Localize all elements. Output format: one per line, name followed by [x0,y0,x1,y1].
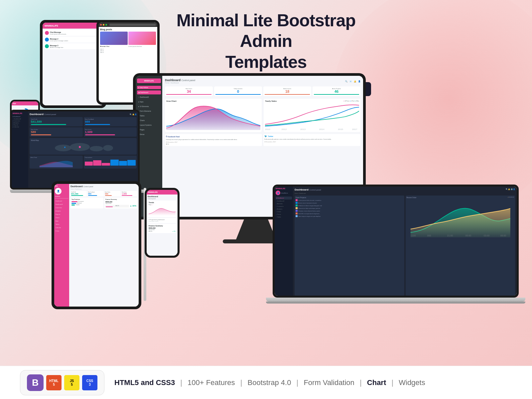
stat-projects: Active Projects 46 [313,86,360,96]
menu-dashboard2[interactable]: ○ Dashboard2 [137,95,161,99]
macbook-right-inner: MINIMALIFE 👤 Judy Adrian ● Dashboard ○ D… [275,187,517,296]
menu-ui[interactable]: ▸ UI Elements [137,104,161,108]
right-dark-header: Dashboard Control panel 🔍 🔔 ⚙️ 👤 [295,188,515,191]
macbook-right-screen: MINIMALIFE 👤 Judy Adrian ● Dashboard ○ D… [273,185,519,298]
ipad-pro: MINI 👤 Judy Adrian Dashboard Dashboard2 … [52,181,145,314]
svg-text:00:00: 00:00 [465,234,471,237]
ipad-body: MINI 👤 Judy Adrian Dashboard Dashboard2 … [52,181,141,309]
project-item: Ut labore et dolore magna aliquyam erat [296,204,403,206]
area-chart-svg [166,103,260,130]
dark2-main: Dashboard Control panel 🔍 🔔 👤 Total Prof… [28,111,138,188]
twitter-card: 🐦 Twitter Enthusiastically optimize cros… [263,134,360,146]
bottom-bar: B HTML5 JS5 CSS3 HTML5 and CSS3 | 100+ F… [0,366,532,399]
page-content: Minimal Lite Bootstrap Admin Templates M… [0,0,532,399]
svg-text:2014: 2014 [319,128,325,130]
project-item: Praesent ut diam scelerisque pretium [296,207,403,209]
right-dark-dashboard: MINIMALIFE 👤 Judy Adrian ● Dashboard ○ D… [275,187,517,296]
right-dark-sidebar: MINIMALIFE 👤 Judy Adrian ● Dashboard ○ D… [275,187,293,296]
svg-point-14 [64,147,66,148]
menu-apps[interactable]: ▸ Apps [137,100,161,104]
right-dark-main: Dashboard Control panel 🔍 🔔 ⚙️ 👤 Home / … [293,187,517,296]
html5-icon: HTML5 [46,375,62,390]
stat-invoices: Today Invoices 0 [214,86,262,96]
recent-order-card: Recent Order ● Investments [406,196,515,296]
yearly-sales-title: Yearly Sales ● #iPhone ● #Pad ● #Mac [265,100,359,102]
css3-icon: CSS3 [82,375,97,390]
svg-text:000: 000 [427,234,431,237]
project-item: Lorem ipsum dolor sit amet, consetetur [296,199,403,201]
dark2-dashboard: MINIMALIFE ● Dashboard ○ Dashboard2 ▸ Cu… [12,111,138,188]
social-cards: f Facebook Feed Holisticly benchmark plu… [165,134,360,146]
svg-point-9 [55,145,71,151]
open-projects-card: Open Projects Lorem ipsum dolor sit amet… [295,196,404,296]
facebook-card: f Facebook Feed Holisticly benchmark plu… [165,134,262,146]
charts-row: Area Chart [165,99,360,132]
ipad-main: Dashboard Control panel Home / Dashboard… [69,184,139,307]
dash-header: Dashboard Control panel Home / Dashboard… [165,78,360,84]
phone-cb-body: MINIMALIFE Dashboard Control panel Trend… [145,188,180,258]
tablet-screen-tl: MINIMALIFE Chat Message Lorem ipsum dolo… [43,23,104,105]
dash-page-title: Dashboard Control panel [165,78,195,82]
recent-order-chart: 1100 000 21:00 00:00 03:00 06:00 [407,199,514,239]
right-content-grid: Open Projects Lorem ipsum dolor sit amet… [295,196,515,296]
javascript-icon: JS5 [64,375,79,390]
laptop-tl-screen: MINIMALIFE ● Dashboard ○ Dashboard2 ▸ Cu… [10,110,140,190]
ipad-sidebar: MINI 👤 Judy Adrian Dashboard Dashboard2 … [54,184,69,307]
menu-dashboard[interactable]: ◉ Dashboard [137,90,161,94]
feature-list: HTML5 and CSS3 | 100+ Features | Bootstr… [114,378,512,387]
svg-text:03:00: 03:00 [483,234,489,237]
stats-row: New Users 34 Today Invoices 0 Active Iss… [165,86,360,96]
svg-point-11 [90,146,103,151]
macbook-right: MINIMALIFE 👤 Judy Adrian ● Dashboard ○ D… [266,185,525,318]
svg-text:2012: 2012 [282,128,287,130]
stat-issues: Active Issues 18 [263,86,311,96]
project-item: Vivamus ut arcu laoreet lectus auctor [296,210,403,212]
macbook-right-foot [266,302,525,304]
svg-text:2013: 2013 [300,128,306,130]
yearly-sales-card: Yearly Sales ● #iPhone ● #Pad ● #Mac [264,99,360,132]
tech-logos: B HTML5 JS5 CSS3 [20,370,104,395]
ipad-stats: Total Profit $41,589 New Feedback 989 Ne… [70,191,137,197]
svg-text:2010: 2010 [265,128,270,130]
ipad-dashboard: MINI 👤 Judy Adrian Dashboard Dashboard2 … [54,184,139,307]
svg-text:1100: 1100 [410,234,416,237]
phone-center-bottom: MINIMALIFE Dashboard Control panel Trend… [145,188,180,259]
ipad-screen: MINI 👤 Judy Adrian Dashboard Dashboard2 … [54,184,139,307]
dark2-sidebar: MINIMALIFE ● Dashboard ○ Dashboard2 ▸ Cu… [12,111,28,188]
phone-cb-screen: MINIMALIFE Dashboard Control panel Trend… [147,190,178,256]
svg-text:21:00: 21:00 [447,234,453,237]
laptop-tl-inner: MINIMALIFE ● Dashboard ○ Dashboard2 ▸ Cu… [12,111,138,188]
stat-new-users: New Users 34 [165,86,213,96]
macbook-right-base [266,298,525,302]
project-item: Nam tempus congue est quis dapibus [296,215,403,217]
svg-point-13 [79,146,81,148]
brand-logo: MINIMALIFE [137,78,161,83]
area-chart-card: Area Chart [165,99,262,132]
yearly-sales-svg: 2010 2012 2013 2014 2015 2017 [265,103,359,130]
svg-point-12 [103,145,113,151]
main-title: Minimal Lite Bootstrap Admin Templates [150,10,382,72]
project-item: At vero eos et accusam et justo [296,202,403,204]
area-chart-title: Area Chart [166,100,260,102]
svg-text:06:00: 06:00 [500,234,506,237]
project-item: Sed effici rui turpis laoreet dignissim [296,212,403,214]
svg-text:2017: 2017 [352,128,357,130]
bootstrap-icon: B [27,374,44,391]
svg-text:2015: 2015 [338,128,343,130]
